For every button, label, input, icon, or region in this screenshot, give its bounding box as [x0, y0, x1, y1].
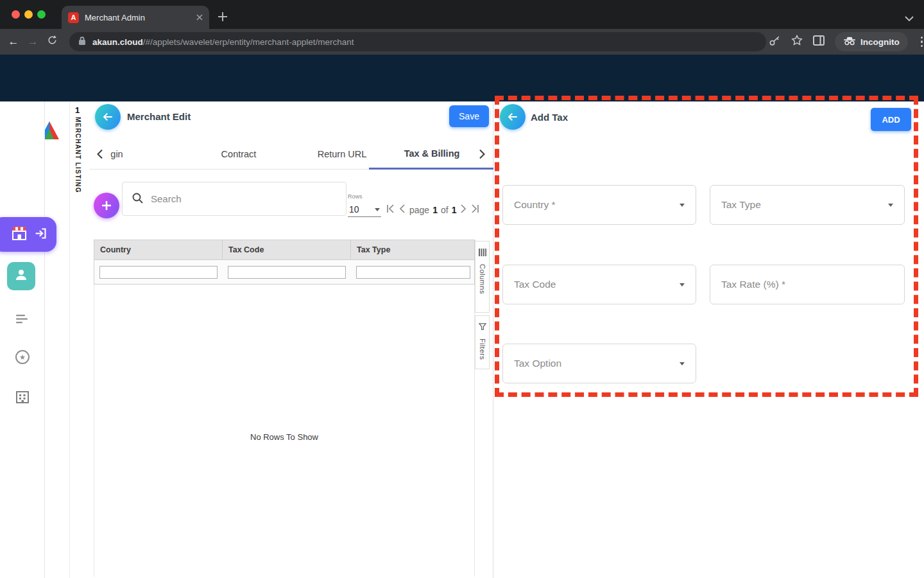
- person-icon: [13, 267, 29, 285]
- rows-value: 10: [349, 204, 359, 215]
- tax-option-select-label: Tax Option: [514, 358, 561, 369]
- tax-rate-field[interactable]: Tax Rate (%) *: [710, 265, 905, 304]
- rows-per-page-control[interactable]: Rows 10: [348, 193, 383, 217]
- first-page-icon[interactable]: [386, 204, 395, 216]
- sidebar-item-favorites[interactable]: ★: [13, 349, 32, 365]
- sidebar-item-list[interactable]: [13, 311, 32, 328]
- incognito-label: Incognito: [860, 37, 900, 47]
- chevron-down-icon: [680, 204, 685, 207]
- tax-type-select[interactable]: Tax Type: [710, 185, 905, 225]
- tax-rate-field-label: Tax Rate (%) *: [721, 279, 785, 290]
- filters-side-tab[interactable]: Filters: [475, 315, 490, 369]
- browser-menu-icon[interactable]: [918, 37, 924, 48]
- tax-code-select-label: Tax Code: [514, 279, 556, 290]
- chevron-down-icon: [888, 204, 893, 207]
- bookmark-star-icon[interactable]: [791, 35, 803, 49]
- tax-table: Country Tax Code Tax Type No Rows To Sho…: [94, 240, 475, 577]
- filters-tab-label: Filters: [479, 338, 486, 366]
- tabs-scroll-right-icon[interactable]: [479, 149, 486, 162]
- browser-tab[interactable]: A Merchant Admin: [62, 6, 209, 29]
- columns-tab-label: Columns: [479, 264, 486, 301]
- search-icon: [132, 192, 143, 206]
- page-of-word: of: [441, 205, 449, 215]
- column-header-tax-type[interactable]: Tax Type: [351, 240, 475, 259]
- merchant-tabs: gin Contract Return URL Tax & Billing: [90, 139, 493, 170]
- traffic-zoom-button[interactable]: [37, 10, 46, 19]
- url-text: akaun.cloud/#/applets/wavelet/erp/entity…: [92, 37, 354, 47]
- address-bar[interactable]: akaun.cloud/#/applets/wavelet/erp/entity…: [69, 32, 766, 51]
- rail-label: MERCHANT LISTING: [74, 117, 81, 193]
- back-button[interactable]: [95, 104, 121, 130]
- sidebar-item-profile[interactable]: [7, 262, 35, 290]
- url-domain: akaun.cloud: [92, 37, 143, 47]
- columns-icon: [479, 247, 486, 259]
- rows-select[interactable]: 10: [348, 202, 381, 217]
- next-page-icon[interactable]: [461, 204, 466, 216]
- tab-tax-and-billing[interactable]: Tax & Billing: [369, 139, 495, 170]
- country-select[interactable]: Country *: [502, 185, 696, 225]
- page-total: 1: [452, 205, 457, 215]
- tax-code-select[interactable]: Tax Code: [502, 265, 696, 304]
- last-page-icon[interactable]: [471, 204, 479, 216]
- side-panel-icon[interactable]: [813, 35, 825, 48]
- column-header-country[interactable]: Country: [94, 240, 223, 259]
- chevron-down-icon: [680, 362, 685, 365]
- add-button[interactable]: ADD: [871, 108, 911, 131]
- browser-tabstrip: A Merchant Admin: [0, 0, 924, 29]
- save-button[interactable]: Save: [449, 105, 489, 127]
- merchant-edit-panel: Merchant Edit Save gin Contract Return U…: [90, 101, 493, 578]
- grid-side-tabs: Columns Filters: [475, 241, 490, 372]
- add-tax-back-button[interactable]: [500, 104, 526, 130]
- incognito-badge: Incognito: [835, 32, 908, 51]
- previous-page-icon[interactable]: [399, 204, 405, 216]
- forward-icon[interactable]: →: [23, 35, 42, 48]
- rows-label: Rows: [348, 193, 383, 200]
- enter-applet-icon: [34, 227, 47, 243]
- storefront-icon: [11, 225, 28, 243]
- table-body: No Rows To Show: [94, 285, 475, 577]
- empty-table-message: No Rows To Show: [94, 432, 474, 442]
- incognito-icon: [843, 36, 856, 48]
- back-icon[interactable]: ←: [4, 35, 23, 48]
- traffic-minimize-button[interactable]: [24, 10, 33, 19]
- lock-icon: [78, 36, 86, 48]
- country-select-label: Country *: [514, 199, 556, 211]
- tax-type-select-label: Tax Type: [721, 199, 761, 211]
- tab-title: Merchant Admin: [85, 13, 193, 22]
- applet-rail: 1 MERCHANT LISTING: [69, 101, 90, 578]
- pagination: page 1 of 1: [386, 204, 479, 216]
- app-header: akaun: [0, 55, 924, 101]
- key-icon[interactable]: [769, 35, 781, 49]
- table-header-row: Country Tax Code Tax Type: [94, 240, 475, 260]
- tabs-scroll-left-icon[interactable]: [96, 149, 103, 162]
- search-box: [122, 182, 346, 216]
- filter-input-tax-type[interactable]: [356, 266, 470, 279]
- add-tax-panel: Add Tax ADD Country * Tax Type Tax Code …: [493, 101, 924, 578]
- page-title: Merchant Edit: [127, 111, 191, 122]
- chevron-down-icon: [680, 283, 685, 286]
- sidebar-item-organization[interactable]: [13, 389, 32, 405]
- tab-close-icon[interactable]: [196, 12, 203, 23]
- chevron-down-icon: [375, 208, 380, 211]
- new-tab-button[interactable]: [218, 12, 227, 24]
- tab-login[interactable]: gin: [104, 139, 130, 170]
- page-current: 1: [432, 205, 438, 215]
- columns-side-tab[interactable]: Columns: [475, 241, 490, 313]
- search-input[interactable]: [151, 193, 337, 204]
- traffic-close-button[interactable]: [12, 10, 20, 19]
- table-filter-row: [94, 260, 475, 285]
- toolbar-right-cluster: Incognito: [769, 29, 924, 55]
- reload-icon[interactable]: [42, 35, 62, 49]
- filter-input-tax-code[interactable]: [228, 266, 346, 279]
- filter-input-country[interactable]: [99, 266, 218, 279]
- sidebar-item-merchant-listing[interactable]: [0, 217, 56, 252]
- add-row-button[interactable]: [94, 193, 119, 218]
- url-path: /#/applets/wavelet/erp/entity/merchant-a…: [143, 37, 354, 47]
- add-tax-title: Add Tax: [531, 112, 568, 123]
- tab-search-chevron-icon[interactable]: [905, 13, 914, 24]
- column-header-tax-code[interactable]: Tax Code: [223, 240, 351, 259]
- tab-favicon-icon: A: [68, 12, 79, 23]
- rail-number: 1: [75, 105, 80, 115]
- tax-option-select[interactable]: Tax Option: [502, 344, 696, 383]
- app-sidebar: ★: [0, 101, 45, 578]
